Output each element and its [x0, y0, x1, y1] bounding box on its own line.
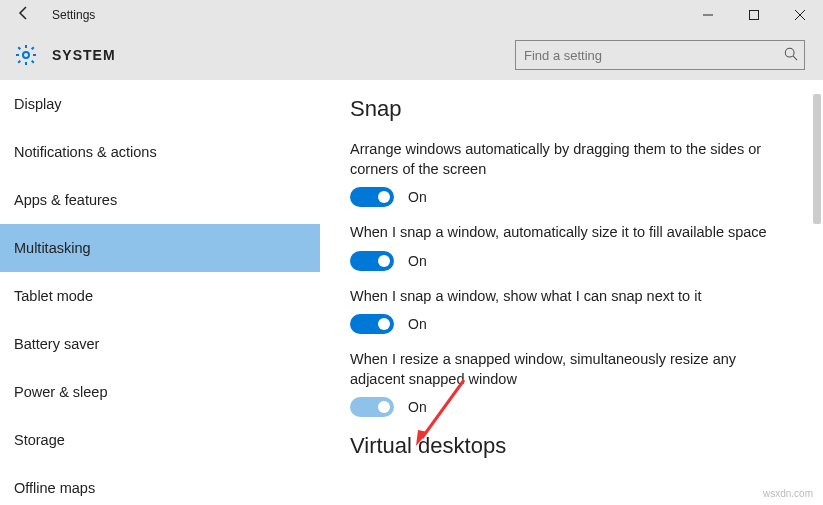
- toggle-state: On: [408, 253, 427, 269]
- sidebar-item-battery-saver[interactable]: Battery saver: [0, 320, 320, 368]
- title-bar: Settings: [0, 0, 823, 30]
- sidebar-item-label: Multitasking: [14, 240, 91, 256]
- sidebar-item-display[interactable]: Display: [0, 80, 320, 128]
- sidebar-item-label: Offline maps: [14, 480, 95, 496]
- svg-point-5: [785, 48, 794, 57]
- sidebar-item-label: Notifications & actions: [14, 144, 157, 160]
- close-button[interactable]: [777, 0, 823, 30]
- setting-description: When I snap a window, automatically size…: [350, 223, 780, 243]
- page-title: SYSTEM: [52, 47, 116, 63]
- setting-arrange-windows: Arrange windows automatically by draggin…: [350, 140, 793, 207]
- sidebar-item-label: Apps & features: [14, 192, 117, 208]
- toggle-state: On: [408, 316, 427, 332]
- search-box[interactable]: [515, 40, 805, 70]
- sidebar-item-label: Power & sleep: [14, 384, 108, 400]
- svg-point-4: [23, 52, 29, 58]
- sidebar-item-label: Storage: [14, 432, 65, 448]
- svg-line-6: [793, 56, 797, 60]
- maximize-button[interactable]: [731, 0, 777, 30]
- watermark: wsxdn.com: [763, 488, 813, 499]
- sidebar-item-multitasking[interactable]: Multitasking: [0, 224, 320, 272]
- sidebar-item-offline-maps[interactable]: Offline maps: [0, 464, 320, 505]
- scrollbar[interactable]: [809, 80, 823, 505]
- setting-resize-adjacent: When I resize a snapped window, simultan…: [350, 350, 793, 417]
- setting-description: When I snap a window, show what I can sn…: [350, 287, 780, 307]
- toggle-state: On: [408, 189, 427, 205]
- sidebar-item-label: Battery saver: [14, 336, 99, 352]
- toggle-switch[interactable]: [350, 187, 394, 207]
- sidebar-item-notifications[interactable]: Notifications & actions: [0, 128, 320, 176]
- setting-description: When I resize a snapped window, simultan…: [350, 350, 780, 389]
- setting-auto-size: When I snap a window, automatically size…: [350, 223, 793, 271]
- svg-rect-1: [750, 11, 759, 20]
- window-title: Settings: [48, 8, 95, 22]
- sidebar-item-tablet-mode[interactable]: Tablet mode: [0, 272, 320, 320]
- sidebar-item-label: Display: [14, 96, 62, 112]
- sidebar-item-storage[interactable]: Storage: [0, 416, 320, 464]
- section-title-snap: Snap: [350, 96, 793, 122]
- sidebar-item-apps[interactable]: Apps & features: [0, 176, 320, 224]
- toggle-switch[interactable]: [350, 314, 394, 334]
- sidebar-item-label: Tablet mode: [14, 288, 93, 304]
- back-button[interactable]: [0, 0, 48, 30]
- section-title-virtual-desktops: Virtual desktops: [350, 433, 793, 459]
- scrollbar-thumb[interactable]: [813, 94, 821, 224]
- sidebar-item-power-sleep[interactable]: Power & sleep: [0, 368, 320, 416]
- gear-icon: [14, 43, 38, 67]
- toggle-state: On: [408, 399, 427, 415]
- setting-show-next: When I snap a window, show what I can sn…: [350, 287, 793, 335]
- sidebar: Display Notifications & actions Apps & f…: [0, 80, 320, 505]
- setting-description: Arrange windows automatically by draggin…: [350, 140, 780, 179]
- toggle-switch[interactable]: [350, 397, 394, 417]
- header: SYSTEM: [0, 30, 823, 80]
- minimize-button[interactable]: [685, 0, 731, 30]
- search-input[interactable]: [516, 48, 778, 63]
- content-pane: Snap Arrange windows automatically by dr…: [320, 80, 823, 505]
- search-icon[interactable]: [778, 47, 804, 64]
- toggle-switch[interactable]: [350, 251, 394, 271]
